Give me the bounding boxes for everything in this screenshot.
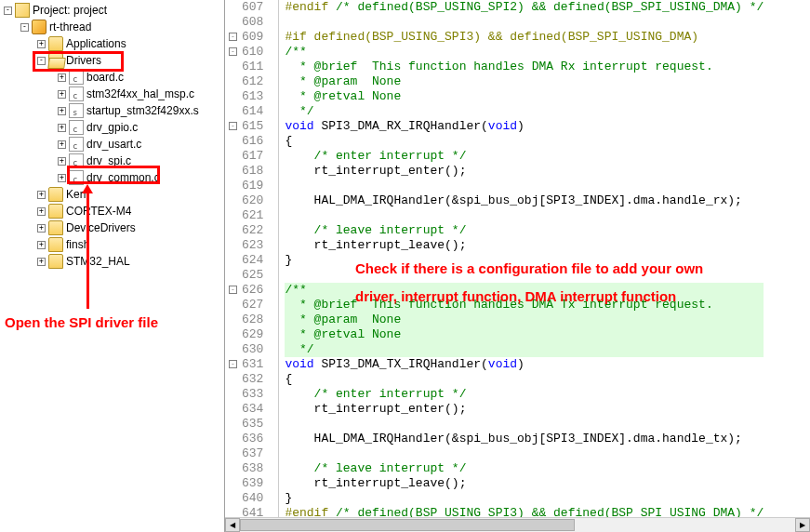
code-line[interactable]: rt_interrupt_leave(); <box>285 476 764 491</box>
expander-plus-icon[interactable]: + <box>37 207 46 216</box>
scroll-left-icon[interactable]: ◀ <box>225 518 240 532</box>
tree-node-drivers[interactable]: - Drivers <box>0 52 224 69</box>
line-number: 626- <box>242 283 263 298</box>
code-line[interactable]: { <box>285 372 764 387</box>
tree-node-board-c[interactable]: + board.c <box>0 69 224 86</box>
code-line[interactable] <box>285 208 764 223</box>
line-number: 617 <box>242 149 263 164</box>
code-line[interactable]: { <box>285 134 764 149</box>
code-line[interactable] <box>285 179 764 193</box>
expander-minus-icon[interactable]: - <box>20 23 29 32</box>
code-line[interactable]: */ <box>285 342 764 357</box>
tree-node-startup-s[interactable]: + startup_stm32f429xx.s <box>0 102 224 119</box>
tree-label: CORTEX-M4 <box>66 203 131 219</box>
horizontal-scrollbar[interactable]: ◀ ▶ <box>225 517 810 532</box>
expander-plus-icon[interactable]: + <box>37 40 46 48</box>
code-line[interactable] <box>285 446 764 461</box>
tree-node-finsh[interactable]: + finsh <box>0 236 224 253</box>
code-line[interactable]: /** <box>285 45 764 60</box>
expander-plus-icon[interactable]: + <box>58 73 66 82</box>
expander-minus-icon[interactable]: - <box>37 57 46 65</box>
fold-toggle-icon[interactable]: - <box>229 33 237 41</box>
expander-plus-icon[interactable]: + <box>37 241 46 249</box>
expander-plus-icon[interactable]: + <box>37 258 46 266</box>
tree-label: drv_usart.c <box>86 136 141 153</box>
code-line[interactable]: * @brief This function handles DMA Rx in… <box>285 60 764 74</box>
code-line[interactable] <box>285 268 764 283</box>
code-line[interactable] <box>285 15 764 30</box>
expander-plus-icon[interactable]: + <box>58 107 66 115</box>
code-line[interactable]: /** <box>285 283 764 298</box>
tree-node-drv-gpio-c[interactable]: + drv_gpio.c <box>0 119 224 136</box>
code-line[interactable]: * @param None <box>285 74 764 89</box>
line-number: 619 <box>242 179 263 193</box>
expander-plus-icon[interactable]: + <box>58 90 66 99</box>
fold-toggle-icon[interactable]: - <box>229 360 237 368</box>
code-line[interactable]: } <box>285 253 764 268</box>
code-content[interactable]: #endif /* defined(BSP_USING_SPI2) && def… <box>279 0 764 532</box>
code-line[interactable]: * @param None <box>285 313 764 327</box>
expander-plus-icon[interactable]: + <box>58 124 66 132</box>
tree-node-kernel[interactable]: + Kern <box>0 186 224 203</box>
tree-label: DeviceDrivers <box>66 219 136 236</box>
code-line[interactable]: * @retval None <box>285 89 764 104</box>
code-line[interactable]: void SPI3_DMA_RX_IRQHandler(void) <box>285 119 764 134</box>
line-number: 621 <box>242 208 263 223</box>
code-line[interactable]: /* leave interrupt */ <box>285 223 764 238</box>
project-root-node[interactable]: - Project: project <box>0 2 224 19</box>
folder-icon <box>48 187 63 202</box>
line-number: 607 <box>242 0 263 15</box>
tree-node-hal-msp-c[interactable]: + stm32f4xx_hal_msp.c <box>0 86 224 102</box>
expander-plus-icon[interactable]: + <box>58 174 66 182</box>
code-line[interactable]: * @brief This function handles DMA Tx in… <box>285 298 764 313</box>
package-icon <box>32 20 46 34</box>
tree-node-devicedrivers[interactable]: + DeviceDrivers <box>0 219 224 236</box>
line-number: 620 <box>242 193 263 208</box>
line-number: 624 <box>242 253 263 268</box>
fold-toggle-icon[interactable]: - <box>229 47 237 56</box>
tree-node-drv-common-c[interactable]: + drv_common.c <box>0 169 224 186</box>
folder-icon <box>48 254 63 269</box>
scroll-right-icon[interactable]: ▶ <box>795 518 810 532</box>
code-line[interactable]: rt_interrupt_enter(); <box>285 402 764 417</box>
code-line[interactable]: void SPI3_DMA_TX_IRQHandler(void) <box>285 357 764 372</box>
expander-plus-icon[interactable]: + <box>37 224 46 233</box>
folder-open-icon <box>48 53 63 68</box>
code-line[interactable]: rt_interrupt_enter(); <box>285 164 764 179</box>
c-file-icon <box>69 137 84 152</box>
expander-plus-icon[interactable]: + <box>58 140 66 149</box>
code-line[interactable]: */ <box>285 104 764 119</box>
code-line[interactable] <box>285 417 764 432</box>
code-line[interactable]: rt_interrupt_leave(); <box>285 238 764 253</box>
tree-node-rt-thread[interactable]: - rt-thread <box>0 19 224 35</box>
code-line[interactable]: #endif /* defined(BSP_USING_SPI2) && def… <box>285 0 764 15</box>
expander-plus-icon[interactable]: + <box>58 157 66 166</box>
line-number: 625 <box>242 268 263 283</box>
tree-label: drv_gpio.c <box>86 119 138 136</box>
tree-label: STM32_HAL <box>66 253 130 270</box>
code-line[interactable]: } <box>285 491 764 506</box>
line-number: 638 <box>242 461 263 476</box>
line-number: 611 <box>242 60 263 74</box>
code-line[interactable]: /* enter interrupt */ <box>285 149 764 164</box>
code-line[interactable]: HAL_DMA_IRQHandler(&spi_bus_obj[SPI3_IND… <box>285 432 764 446</box>
fold-toggle-icon[interactable]: - <box>229 122 237 130</box>
line-number: 635 <box>242 417 263 432</box>
code-line[interactable]: * @retval None <box>285 327 764 342</box>
tree-node-cortex-m4[interactable]: + CORTEX-M4 <box>0 203 224 219</box>
tree-node-applications[interactable]: + Applications <box>0 35 224 52</box>
fold-toggle-icon[interactable]: - <box>229 286 237 294</box>
code-line[interactable]: /* leave interrupt */ <box>285 461 764 476</box>
folder-icon <box>48 220 63 235</box>
code-line[interactable]: HAL_DMA_IRQHandler(&spi_bus_obj[SPI3_IND… <box>285 193 764 208</box>
tree-node-drv-spi-c[interactable]: + drv_spi.c <box>0 153 224 169</box>
expander-plus-icon[interactable]: + <box>37 191 46 199</box>
line-number: 637 <box>242 446 263 461</box>
tree-node-drv-usart-c[interactable]: + drv_usart.c <box>0 136 224 153</box>
code-line[interactable]: #if defined(BSP_USING_SPI3) && defined(B… <box>285 30 764 45</box>
scrollbar-thumb[interactable] <box>240 519 575 531</box>
scrollbar-track[interactable] <box>240 518 795 532</box>
code-line[interactable]: /* enter interrupt */ <box>285 387 764 402</box>
expander-minus-icon[interactable]: - <box>4 7 12 15</box>
tree-node-stm32-hal[interactable]: + STM32_HAL <box>0 253 224 270</box>
